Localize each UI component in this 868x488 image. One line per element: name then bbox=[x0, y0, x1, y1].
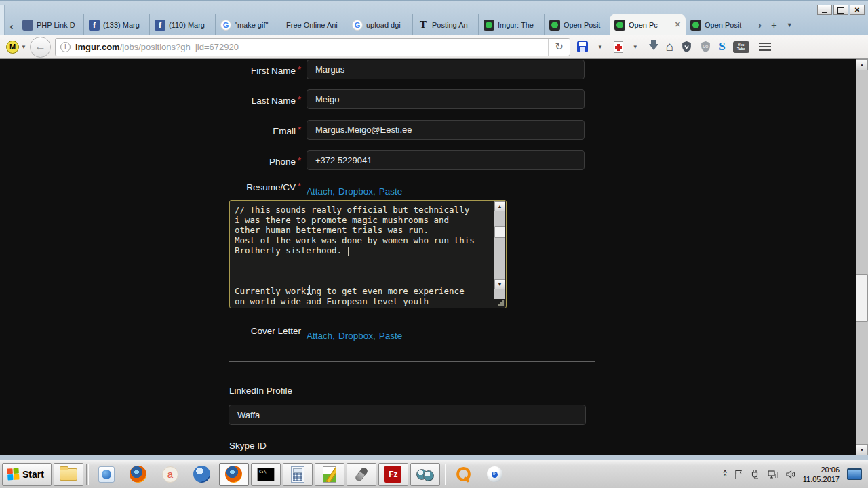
quicklaunch-seamonkey[interactable] bbox=[187, 463, 217, 486]
taskbar-notepad-button[interactable] bbox=[315, 463, 344, 486]
maximize-button[interactable] bbox=[833, 5, 848, 15]
tab-imgur[interactable]: Imgur: The bbox=[478, 14, 544, 36]
url-text[interactable]: imgur.com/jobs/positions?gh_jid=672920 bbox=[75, 42, 548, 52]
resume-label: Resume/CV* bbox=[229, 181, 301, 193]
toolbar-icons: ▼ ▼ ⌂ UO S YouTube bbox=[577, 40, 771, 54]
new-tab-button[interactable]: + bbox=[771, 19, 777, 30]
tab-make-gif[interactable]: "make gif" bbox=[215, 14, 281, 36]
last-name-input[interactable] bbox=[307, 89, 585, 109]
linkedin-label: LinkedIn Profile bbox=[229, 386, 292, 396]
volume-speaker-icon[interactable] bbox=[785, 469, 797, 480]
eyeball-icon bbox=[487, 466, 502, 482]
microphone-icon bbox=[354, 466, 368, 482]
tab-scroll-left-button[interactable]: ‹ bbox=[6, 18, 17, 33]
youtube-icon[interactable]: YouTube bbox=[733, 41, 749, 53]
resume-paste-link[interactable]: Paste bbox=[379, 186, 403, 197]
reload-button[interactable]: ↻ bbox=[548, 39, 570, 56]
hidden-icons-chevron[interactable]: ^^ bbox=[723, 471, 726, 478]
back-button[interactable]: ← bbox=[30, 37, 51, 58]
tab-php-link[interactable]: PHP Link D bbox=[18, 14, 83, 36]
quicklaunch-media-player[interactable] bbox=[92, 463, 121, 486]
protection-shield-icon[interactable] bbox=[681, 41, 692, 53]
quicklaunch-firefox[interactable] bbox=[123, 463, 153, 486]
home-icon[interactable]: ⌂ bbox=[666, 41, 673, 52]
scroll-down-icon[interactable]: ▼ bbox=[494, 279, 505, 289]
resume-scrollbar[interactable]: ▲ ▼ bbox=[494, 201, 505, 299]
taskbar-binoculars-button[interactable] bbox=[410, 463, 440, 486]
network-icon[interactable] bbox=[767, 469, 779, 480]
close-button[interactable] bbox=[850, 5, 865, 15]
times-favicon-icon bbox=[418, 20, 429, 30]
tab-facebook-133[interactable]: (133) Marg bbox=[83, 14, 149, 36]
minimize-button[interactable] bbox=[817, 5, 832, 15]
cover-letter-label: Cover Letter bbox=[229, 326, 301, 337]
power-plug-icon[interactable] bbox=[750, 469, 761, 480]
google-favicon-icon bbox=[220, 20, 231, 30]
action-center-flag-icon[interactable] bbox=[733, 469, 744, 480]
quicklaunch-a-app[interactable] bbox=[155, 463, 185, 486]
windows-flag-icon bbox=[7, 468, 19, 480]
text-caret bbox=[348, 247, 349, 256]
taskbar-recorder-button[interactable] bbox=[347, 463, 376, 486]
first-name-input[interactable] bbox=[307, 60, 585, 79]
site-info-icon[interactable]: i bbox=[60, 42, 71, 52]
adblock-dropdown-icon[interactable]: ▼ bbox=[633, 44, 638, 50]
tab-posting[interactable]: Posting An bbox=[412, 14, 478, 36]
ublock-shield-icon[interactable]: UO bbox=[700, 41, 711, 53]
cover-paste-link[interactable]: Paste bbox=[379, 331, 403, 341]
browser-titlebar: ‹ PHP Link D (133) Marg (110) Marg "make… bbox=[0, 0, 868, 35]
taskbar-calculator-button[interactable] bbox=[283, 463, 313, 486]
extension-dropdown-icon[interactable]: ▼ bbox=[21, 44, 26, 50]
url-bar[interactable]: i imgur.com/jobs/positions?gh_jid=672920… bbox=[55, 38, 570, 56]
resume-text: // This sounds really official but techn… bbox=[230, 201, 494, 308]
tab-upload[interactable]: upload dgi bbox=[347, 14, 412, 36]
quicklaunch-eyeball[interactable] bbox=[480, 463, 510, 486]
scroll-up-icon[interactable]: ▲ bbox=[856, 59, 868, 70]
taskbar-cmd-button[interactable] bbox=[251, 463, 281, 486]
tab-close-icon[interactable]: ✕ bbox=[673, 20, 681, 29]
display-monitor-icon[interactable] bbox=[847, 468, 862, 480]
linkedin-input[interactable] bbox=[229, 405, 586, 425]
taskbar-explorer-button[interactable] bbox=[54, 463, 83, 486]
tab-open-positions-active[interactable]: Open Pc ✕ bbox=[610, 14, 686, 36]
email-input[interactable] bbox=[307, 120, 585, 140]
scroll-down-icon[interactable]: ▼ bbox=[856, 444, 868, 455]
resume-textarea[interactable]: // This sounds really official but techn… bbox=[229, 200, 507, 308]
taskbar-firefox-active-button[interactable] bbox=[219, 463, 249, 486]
adblock-page-icon[interactable] bbox=[614, 41, 623, 53]
taskbar-filezilla-button[interactable]: Fz bbox=[378, 463, 408, 486]
greenhouse-favicon-icon bbox=[690, 20, 701, 30]
magnifier-icon bbox=[455, 466, 471, 483]
save-dropdown-icon[interactable]: ▼ bbox=[597, 44, 603, 50]
media-player-icon bbox=[98, 466, 115, 483]
resume-attach-link[interactable]: Attach bbox=[307, 186, 332, 197]
tab-list-dropdown-icon[interactable]: ▼ bbox=[787, 22, 793, 28]
phone-input[interactable] bbox=[307, 150, 585, 170]
start-button[interactable]: Start bbox=[2, 463, 52, 486]
navigation-toolbar: M ▼ ← i imgur.com/jobs/positions?gh_jid=… bbox=[0, 35, 868, 59]
tab-open-positions-1[interactable]: Open Posit bbox=[544, 14, 610, 36]
start-label: Start bbox=[22, 469, 44, 480]
notepad-icon bbox=[323, 466, 336, 483]
taskbar-separator bbox=[443, 464, 446, 485]
tab-facebook-110[interactable]: (110) Marg bbox=[149, 14, 215, 36]
resume-dropbox-link[interactable]: Dropbox bbox=[338, 186, 373, 197]
tab-open-positions-2[interactable]: Open Posit bbox=[686, 14, 751, 36]
resize-grip-icon[interactable] bbox=[498, 300, 505, 306]
quicklaunch-magnifier[interactable] bbox=[448, 463, 478, 486]
extension-m-icon[interactable]: M bbox=[6, 41, 19, 54]
cover-dropbox-link[interactable]: Dropbox bbox=[338, 331, 373, 341]
tray-clock[interactable]: 20:06 11.05.2017 bbox=[803, 465, 840, 484]
scroll-up-icon[interactable]: ▲ bbox=[494, 201, 505, 211]
tab-scroll-right-button[interactable]: › bbox=[758, 19, 762, 30]
scrollbar-thumb[interactable] bbox=[494, 226, 505, 238]
browser-scrollbar[interactable]: ▲ ▼ bbox=[856, 59, 868, 455]
cover-attach-link[interactable]: Attach bbox=[307, 331, 332, 341]
required-asterisk: * bbox=[298, 155, 301, 165]
save-page-icon[interactable] bbox=[577, 41, 588, 52]
tab-free-online[interactable]: Free Online Ani bbox=[281, 14, 347, 36]
skype-icon[interactable]: S bbox=[719, 40, 725, 54]
menu-hamburger-icon[interactable] bbox=[760, 43, 771, 51]
scrollbar-thumb[interactable] bbox=[856, 274, 868, 322]
downloads-icon[interactable] bbox=[649, 44, 658, 50]
